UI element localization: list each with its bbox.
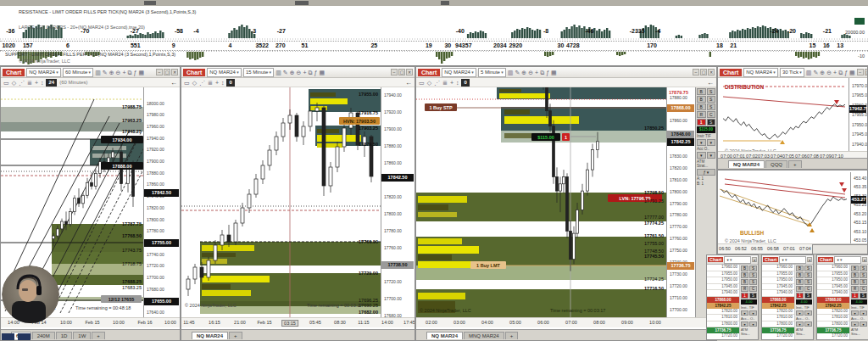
chart-tab-label[interactable]: Chart — [183, 69, 205, 76]
c1-price-axis[interactable]: 18000.0017980.0017960.0017940.0017920.00… — [143, 87, 180, 317]
indicators-icon[interactable]: ƒ — [546, 69, 549, 76]
taskbar-button[interactable] — [2, 333, 14, 340]
instrument-tab[interactable]: NQ MAR24 — [192, 332, 228, 339]
sell-button[interactable]: S — [707, 96, 716, 103]
close-button[interactable]: ✕ — [171, 69, 178, 75]
trend-icon[interactable]: ⋰ — [199, 79, 205, 87]
c2-plot[interactable]: HVN: 17903.5017955.0017916.7517903.25178… — [181, 87, 381, 317]
taskbar-button[interactable] — [18, 333, 31, 340]
sell-button[interactable]: S — [749, 272, 757, 278]
instrument-tab[interactable]: NQ MAR24 — [728, 160, 765, 168]
back-arrow-icon[interactable]: ← — [405, 79, 412, 87]
close-button[interactable]: ✕ — [807, 257, 812, 262]
sell-button[interactable]: S — [860, 266, 867, 271]
mini-instrument-select[interactable]: ▾ — [779, 256, 806, 264]
anchor-icon[interactable]: ↕ — [456, 79, 459, 87]
sell-button[interactable]: S — [707, 88, 716, 95]
price-ladder[interactable]: 17960.0017955.0017950.0017945.0017940.00… — [762, 265, 795, 340]
price-ladder[interactable]: 17960.0017955.0017950.0017945.0017940.00… — [707, 265, 740, 340]
marker-icon[interactable]: ◇ — [427, 79, 431, 87]
stop-strategy-field[interactable]: S — [707, 119, 716, 126]
zoom-in-icon[interactable]: ⊕ — [290, 69, 295, 76]
instrument-tab[interactable]: 240M — [32, 332, 55, 339]
instrument-tab[interactable]: NQ MAR24 — [426, 332, 463, 339]
buy-button[interactable]: B — [741, 272, 748, 278]
buy-button[interactable]: B — [796, 266, 804, 271]
grid-icon[interactable]: ▦ — [138, 69, 144, 76]
list-icon[interactable]: ≣ — [208, 79, 213, 87]
buy-button[interactable]: B — [851, 266, 859, 271]
instrument-tab[interactable]: + — [788, 160, 802, 168]
chart-tab-label[interactable]: Chart — [720, 69, 742, 76]
instrument-select[interactable]: NQ MAR24 — [26, 68, 61, 77]
sell-button[interactable]: S — [804, 279, 812, 285]
region-icon[interactable]: ▭ — [419, 79, 425, 87]
oco-dropdown[interactable]: ▾ — [749, 321, 757, 327]
quantity-field[interactable]: 1 — [697, 119, 706, 126]
reverse-button[interactable]: R — [741, 286, 748, 292]
back-arrow-icon[interactable]: ← — [707, 79, 714, 87]
stop-strategy-field[interactable]: S — [749, 293, 757, 299]
buy-button[interactable]: B — [851, 279, 859, 285]
chart-tab-label[interactable]: Chart — [708, 257, 723, 262]
close-button[interactable]: C — [804, 286, 812, 292]
zoom-in-icon[interactable]: ⊕ — [820, 69, 825, 76]
buy-button[interactable]: B — [697, 88, 706, 95]
atm-dropdown[interactable]: ƒ ▾ — [697, 169, 715, 176]
interval-select[interactable]: 60 Minute — [63, 68, 93, 77]
pencil-icon[interactable]: ✎ — [103, 69, 108, 76]
pencil-icon[interactable]: ✎ — [813, 69, 818, 76]
close-button[interactable]: ✕ — [752, 257, 757, 262]
quantity-field[interactable]: 1 — [851, 293, 859, 299]
pencil-icon[interactable]: ✎ — [515, 69, 520, 76]
zoom-out-icon[interactable]: ⊖ — [297, 69, 302, 76]
reverse-button[interactable]: R — [796, 286, 804, 292]
list-icon[interactable]: ≣ — [27, 79, 32, 87]
quantity-field[interactable]: 1 — [741, 293, 748, 299]
chart-tab-label[interactable]: Chart — [3, 69, 25, 76]
chart-tab-label[interactable]: Chart — [763, 257, 778, 262]
close-button[interactable]: ✕ — [708, 69, 715, 75]
sell-button[interactable]: S — [860, 279, 867, 285]
grid-icon[interactable]: ▦ — [319, 69, 325, 76]
account-dropdown[interactable]: ▾ — [741, 321, 748, 327]
region-icon[interactable]: ▭ — [3, 79, 9, 87]
bars-chip[interactable]: 0 — [226, 79, 234, 87]
quantity-field[interactable]: 1 — [796, 293, 804, 299]
crosshair-icon[interactable]: + — [833, 69, 837, 76]
minimize-button[interactable]: – — [693, 69, 699, 75]
restore-button[interactable]: ▢ — [700, 69, 707, 75]
back-arrow-icon[interactable]: ← — [170, 79, 177, 87]
minimize-button[interactable]: – — [156, 69, 163, 75]
stop-strategy-field[interactable]: S — [860, 293, 867, 299]
c4-plot[interactable]: DISTRIBUTION© 2024 NinjaTrader, LLC — [718, 78, 849, 151]
sell-button[interactable]: S — [804, 266, 812, 271]
snapshot-icon[interactable]: ⧉ — [308, 69, 312, 76]
sell-button[interactable]: S — [749, 266, 757, 271]
account-dropdown[interactable]: ▾ — [697, 152, 706, 159]
restore-button[interactable]: ▢ — [164, 69, 170, 75]
anchor-icon[interactable]: ↕ — [41, 79, 44, 87]
c5-plot[interactable]: BULLISH© 2024 NinjaTrader, LLC — [718, 172, 850, 243]
snapshot-icon[interactable]: ⧉ — [540, 69, 544, 76]
marker-icon[interactable]: ◇ — [192, 79, 197, 87]
indicators-icon[interactable]: ƒ — [133, 69, 136, 76]
close-button[interactable]: ✕ — [406, 69, 413, 75]
interval-select[interactable]: 5 Minute — [478, 68, 506, 77]
grid-icon[interactable]: ▦ — [849, 69, 855, 76]
chart-style-icon[interactable]: ▥ — [508, 69, 514, 76]
interval-select[interactable]: 15 Minute — [243, 68, 274, 77]
buy-button[interactable]: B — [851, 272, 859, 278]
buy-button[interactable]: B — [796, 272, 804, 278]
oco-dropdown[interactable]: ▾ — [707, 152, 716, 159]
chart-tab-label[interactable]: Chart — [418, 69, 440, 76]
trend-icon[interactable]: ⋰ — [19, 79, 25, 87]
c3-price-axis[interactable]: 17880.0017870.0017860.0017850.0017840.00… — [666, 87, 695, 317]
crosshair-icon[interactable]: + — [303, 69, 306, 76]
instrument-dropdown[interactable]: ▾ — [796, 310, 804, 316]
c4-price-axis[interactable]: 17970.0017965.0017960.0017955.0017950.00… — [849, 78, 867, 151]
sell-button[interactable]: S — [749, 279, 757, 285]
oco-dropdown[interactable]: ▾ — [804, 321, 812, 327]
restore-button[interactable]: ▢ — [398, 69, 405, 75]
instrument-dropdown[interactable]: ▾ — [741, 310, 748, 316]
